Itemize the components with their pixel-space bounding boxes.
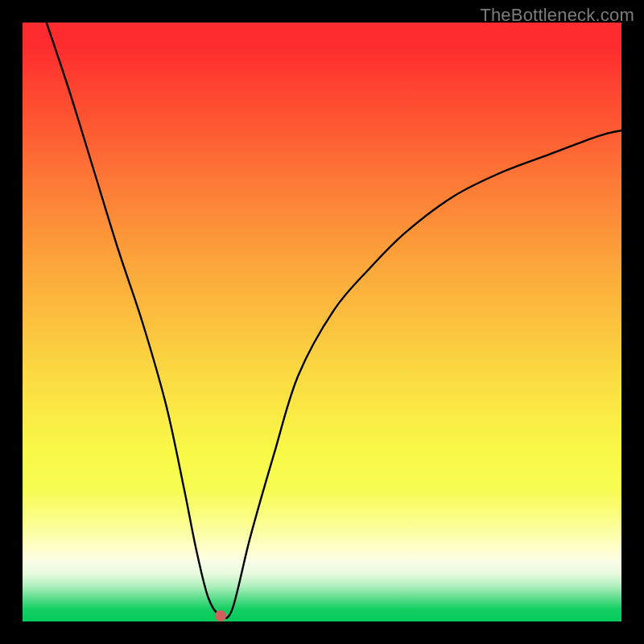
optimal-point-marker [215, 610, 226, 621]
plot-area [23, 23, 621, 621]
bottleneck-curve [23, 23, 621, 621]
chart-container: TheBottleneck.com [0, 0, 644, 644]
